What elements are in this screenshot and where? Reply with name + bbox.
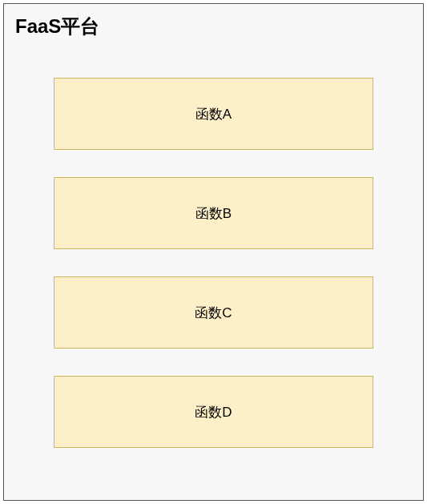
- function-box-b: 函数B: [54, 177, 373, 249]
- faas-platform-panel: FaaS平台 函数A 函数B 函数C 函数D: [3, 3, 424, 501]
- panel-title: FaaS平台: [15, 14, 412, 39]
- function-label: 函数B: [195, 204, 232, 223]
- function-box-a: 函数A: [54, 78, 373, 150]
- function-box-c: 函数C: [54, 276, 373, 349]
- function-list: 函数A 函数B 函数C 函数D: [15, 78, 412, 448]
- function-label: 函数C: [195, 304, 232, 322]
- function-label: 函数D: [195, 403, 232, 421]
- function-label: 函数A: [195, 105, 232, 123]
- function-box-d: 函数D: [54, 376, 373, 448]
